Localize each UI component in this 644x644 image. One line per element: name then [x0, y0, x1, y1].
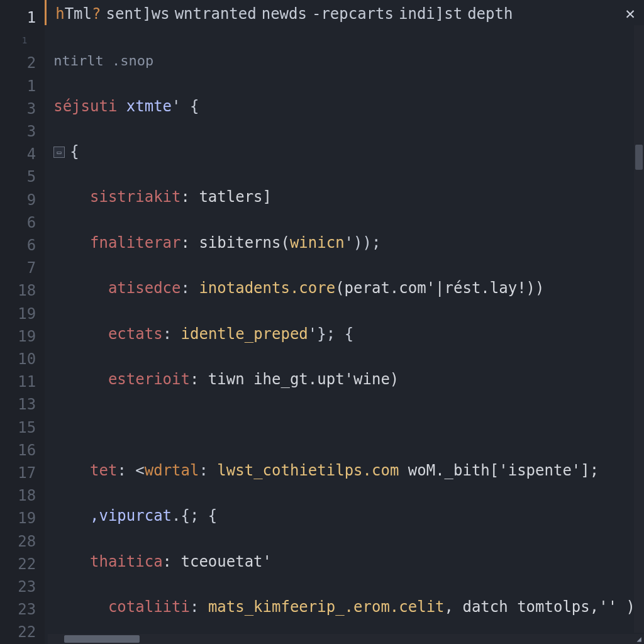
token-text: : tatlers]	[181, 188, 272, 206]
token-punct: :	[199, 462, 217, 479]
breadcrumb-seg[interactable]: -repcarts	[312, 5, 394, 23]
code-area[interactable]: hTml? sent]ws wntranted newds -repcarts …	[45, 0, 644, 644]
line-number[interactable]: 22	[18, 621, 45, 643]
breadcrumb-seg[interactable]: h	[55, 5, 64, 23]
token-key: fnaliterar	[90, 234, 181, 252]
token-key: tet	[90, 462, 117, 479]
token-text: : tceouetat'	[163, 553, 272, 570]
token-text: : sibiterns(	[181, 234, 290, 252]
horizontal-scrollbar[interactable]	[48, 634, 634, 644]
token-punct: : <	[117, 462, 144, 479]
line-number[interactable]: 7	[27, 257, 45, 279]
line-number[interactable]: 17	[18, 462, 45, 484]
line-number[interactable]: 23	[18, 575, 45, 598]
line-number[interactable]: 18	[18, 279, 45, 302]
line-number[interactable]: 4	[27, 143, 45, 165]
token-text: : tiwn ihe_gt.upt'wine)	[190, 370, 399, 388]
token-key: séjsuti	[53, 97, 126, 115]
breadcrumb-seg[interactable]: indi]st	[399, 5, 462, 23]
resize-corner-icon[interactable]: ◢	[634, 634, 644, 644]
token-punct: .{; {	[172, 507, 217, 525]
line-number[interactable]: 5	[27, 165, 45, 188]
line-number[interactable]: 19	[18, 325, 45, 348]
line-number[interactable]: 1	[22, 29, 45, 52]
breadcrumb-seg[interactable]: wntranted	[175, 5, 257, 23]
token-fn: identle_preped	[181, 325, 308, 343]
line-number[interactable]: 1	[27, 75, 45, 97]
line-number[interactable]: 2	[27, 52, 45, 74]
token-key: cotaliiti	[108, 598, 190, 616]
token-fn: inotadents.core	[199, 279, 335, 297]
token-text: woM._bith['ispente'];	[399, 462, 599, 479]
token-punct: ' {	[172, 97, 199, 115]
token-fn: mats_kimfeerip_.erom.celit	[208, 598, 445, 616]
token-key: ectats	[108, 325, 163, 343]
line-number[interactable]: 1	[27, 6, 45, 29]
line-number[interactable]: 16	[18, 439, 45, 462]
token-fn: lwst_cothietilps.com	[217, 462, 399, 479]
token-id: xtmte	[126, 97, 172, 115]
vertical-scrollbar-thumb[interactable]	[635, 145, 643, 170]
code-editor: 1 1 2 1 3 3 4 5 9 6 6 7 18 19 19 10 11 1…	[0, 0, 644, 644]
line-number[interactable]: 19	[18, 303, 45, 325]
line-number[interactable]: 15	[18, 416, 45, 439]
line-number[interactable]: 3	[27, 120, 45, 143]
line-number[interactable]: 9	[27, 189, 45, 211]
breadcrumb-seg[interactable]: Tml	[65, 5, 92, 23]
code-text[interactable]: ntirlt .snop séjsuti xtmte' { ▭{ sistria…	[45, 25, 644, 644]
token-id: ,vipurcat	[90, 507, 172, 525]
token-fn: winicn	[290, 234, 345, 252]
breadcrumb-seg[interactable]: depth	[467, 5, 513, 23]
token-text: (perat.com'|rést.lay!))	[335, 279, 544, 297]
line-number[interactable]: 10	[18, 348, 45, 370]
token-key: esterioit	[108, 370, 190, 388]
token-key: sistriakit	[90, 188, 181, 206]
token-key: thaitica	[90, 553, 163, 570]
token-punct: '));	[345, 234, 381, 252]
breadcrumb-seg[interactable]: newds	[262, 5, 307, 23]
line-number[interactable]: 6	[27, 234, 45, 257]
token-key: wdrtal	[145, 462, 199, 479]
token-punct: :	[163, 325, 181, 343]
line-number[interactable]: 28	[18, 530, 45, 553]
line-number-gutter[interactable]: 1 1 2 1 3 3 4 5 9 6 6 7 18 19 19 10 11 1…	[0, 0, 45, 644]
line-number[interactable]: 11	[18, 370, 45, 393]
line-number[interactable]: 18	[18, 484, 45, 507]
token-text: , datch tomtolps,'' )	[445, 598, 635, 616]
token-punct: '}; {	[308, 325, 353, 343]
breadcrumb[interactable]: hTml? sent]ws wntranted newds -repcarts …	[45, 0, 644, 25]
token-key: atisedce	[108, 279, 181, 297]
code-subline: ntirlt .snop	[53, 53, 153, 69]
breadcrumb-seg[interactable]: sent]ws	[106, 5, 169, 23]
line-number[interactable]: 3	[27, 97, 45, 120]
line-number[interactable]: 22	[18, 553, 45, 575]
line-number[interactable]: 23	[18, 598, 45, 621]
fold-icon[interactable]: ▭	[53, 147, 65, 158]
blank-line	[53, 413, 635, 436]
vertical-scrollbar[interactable]	[634, 25, 644, 633]
token-punct: :	[181, 279, 199, 297]
line-number[interactable]: 19	[18, 507, 45, 530]
line-number[interactable]: 13	[18, 393, 45, 416]
token-punct: :	[190, 598, 208, 616]
close-icon[interactable]: ✕	[625, 4, 635, 23]
line-number[interactable]: 6	[27, 211, 45, 234]
horizontal-scrollbar-thumb[interactable]	[64, 635, 140, 643]
token-punct: {	[70, 143, 79, 160]
breadcrumb-seg[interactable]: ?	[92, 5, 101, 23]
